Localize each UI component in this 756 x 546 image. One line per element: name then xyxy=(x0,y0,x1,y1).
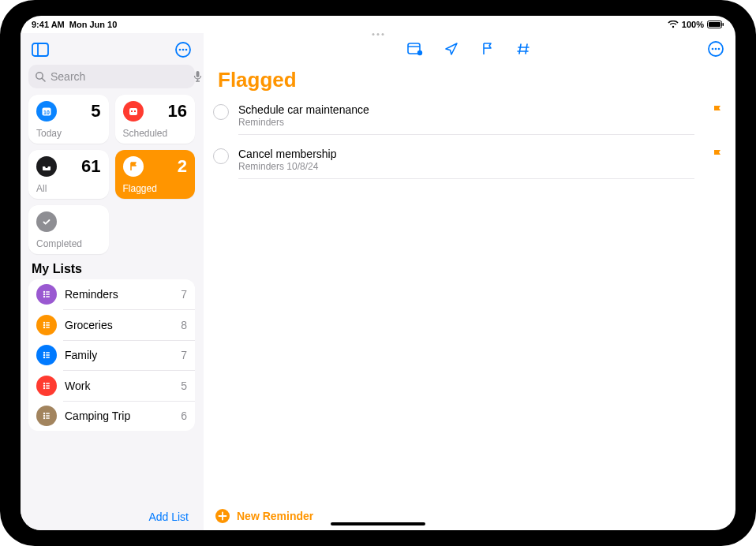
smartlist-flagged-count: 2 xyxy=(178,156,187,177)
smartlist-scheduled-label: Scheduled xyxy=(123,128,188,139)
svg-rect-23 xyxy=(46,291,50,292)
svg-point-52 xyxy=(417,50,422,55)
reminder-title: Schedule car maintenance xyxy=(238,103,694,116)
svg-rect-17 xyxy=(129,108,137,115)
svg-point-7 xyxy=(182,49,185,51)
search-field[interactable] xyxy=(28,65,195,88)
svg-point-46 xyxy=(43,417,45,419)
smartlist-flagged[interactable]: 2 Flagged xyxy=(115,150,196,199)
list-item-count: 7 xyxy=(181,288,187,301)
status-time: 9:41 AM xyxy=(32,20,65,29)
svg-rect-29 xyxy=(46,322,50,323)
svg-point-40 xyxy=(43,387,45,388)
svg-rect-19 xyxy=(134,110,136,112)
complete-toggle[interactable] xyxy=(213,148,229,164)
svg-text:10: 10 xyxy=(43,110,50,115)
main-more-button[interactable] xyxy=(705,39,726,59)
list-item-count: 7 xyxy=(181,349,187,361)
plus-circle-icon xyxy=(215,508,230,524)
new-reminder-button[interactable]: New Reminder xyxy=(204,500,735,530)
list-item-name: Work xyxy=(65,380,173,392)
svg-point-6 xyxy=(179,49,182,51)
svg-point-20 xyxy=(43,291,45,293)
svg-rect-36 xyxy=(46,354,50,355)
reminder-title: Cancel membership xyxy=(238,148,694,160)
list-item[interactable]: Work5 xyxy=(28,371,195,401)
svg-point-56 xyxy=(718,48,720,50)
ellipsis-circle-icon xyxy=(707,40,724,58)
svg-rect-3 xyxy=(32,43,48,56)
wifi-icon xyxy=(668,21,679,28)
svg-point-38 xyxy=(43,382,45,383)
reminder-subtitle: Reminders xyxy=(238,117,694,128)
toggle-sidebar-button[interactable] xyxy=(30,39,51,60)
search-input[interactable] xyxy=(51,70,189,83)
list-item-count: 6 xyxy=(181,410,187,422)
list-item[interactable]: Groceries8 xyxy=(28,310,195,340)
reminders-list: Schedule car maintenanceRemindersCancel … xyxy=(204,97,735,500)
my-lists: Reminders7Groceries8Family7Work5Camping … xyxy=(28,279,195,431)
svg-rect-24 xyxy=(46,294,50,294)
search-icon xyxy=(35,71,46,82)
home-indicator[interactable] xyxy=(331,522,425,525)
sidebar-more-button[interactable] xyxy=(173,39,193,60)
status-bar: 9:41 AM Mon Jun 10 100% xyxy=(21,16,735,33)
smartlist-scheduled[interactable]: 16 Scheduled xyxy=(115,95,196,144)
svg-rect-42 xyxy=(46,385,50,386)
smartlist-today-count: 5 xyxy=(91,101,100,122)
svg-point-34 xyxy=(43,357,45,358)
list-bullet-icon xyxy=(36,345,57,365)
calendar-icon xyxy=(123,101,144,122)
battery-icon xyxy=(707,21,724,28)
smartlist-flagged-label: Flagged xyxy=(123,183,188,194)
svg-point-28 xyxy=(43,326,45,327)
list-item[interactable]: Reminders7 xyxy=(28,279,195,309)
svg-point-8 xyxy=(185,49,188,51)
list-item[interactable]: Family7 xyxy=(28,340,195,370)
add-list-button[interactable]: Add List xyxy=(148,510,189,523)
toolbar-tag-button[interactable] xyxy=(515,40,533,58)
smartlist-all-label: All xyxy=(36,183,101,194)
reminder-row[interactable]: Schedule car maintenanceReminders xyxy=(204,97,735,141)
complete-toggle[interactable] xyxy=(213,104,229,120)
list-item[interactable]: Camping Trip6 xyxy=(28,401,195,431)
dictation-icon[interactable] xyxy=(193,70,202,83)
svg-point-39 xyxy=(43,384,45,386)
calendar-badge-icon xyxy=(407,42,423,56)
main-toolbar xyxy=(204,33,735,65)
battery-percent: 100% xyxy=(682,20,704,29)
number-sign-icon xyxy=(517,42,531,56)
new-reminder-label: New Reminder xyxy=(237,510,313,522)
list-bullet-icon xyxy=(36,284,57,305)
toolbar-flag-button[interactable] xyxy=(479,40,496,58)
svg-rect-11 xyxy=(196,71,200,77)
reminder-row[interactable]: Cancel membershipReminders 10/8/24 xyxy=(204,141,735,185)
list-item-name: Groceries xyxy=(65,319,173,331)
svg-rect-49 xyxy=(46,417,50,418)
calendar-today-icon: 10 xyxy=(36,101,57,122)
svg-rect-31 xyxy=(46,327,50,327)
toolbar-calendar-button[interactable] xyxy=(406,40,424,58)
status-date: Mon Jun 10 xyxy=(69,20,118,29)
svg-rect-47 xyxy=(46,413,50,413)
svg-point-22 xyxy=(43,296,45,297)
smartlist-scheduled-count: 16 xyxy=(168,101,187,122)
checkmark-icon xyxy=(36,211,57,232)
smartlist-today[interactable]: 10 5 Today xyxy=(28,95,109,144)
smartlist-completed[interactable]: Completed xyxy=(28,205,109,254)
smartlist-all[interactable]: 61 All xyxy=(28,150,109,199)
list-item-name: Family xyxy=(65,349,173,361)
sidebar-icon xyxy=(32,43,49,57)
svg-point-45 xyxy=(43,415,45,417)
flag-outline-icon xyxy=(481,42,494,56)
svg-rect-48 xyxy=(46,415,50,416)
list-bullet-icon xyxy=(36,315,57,335)
svg-rect-30 xyxy=(46,324,50,325)
svg-rect-25 xyxy=(46,296,50,297)
toolbar-location-button[interactable] xyxy=(443,40,460,58)
svg-rect-18 xyxy=(131,110,133,112)
svg-rect-35 xyxy=(46,352,50,353)
location-icon xyxy=(444,42,458,56)
svg-rect-37 xyxy=(46,357,50,357)
svg-rect-41 xyxy=(46,383,50,383)
